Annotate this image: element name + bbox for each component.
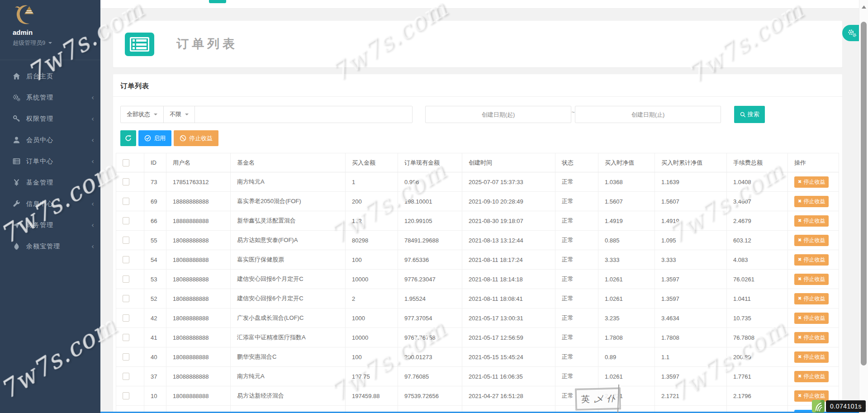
x-icon: ✖ (798, 394, 802, 398)
date-range-separator: ~ (571, 106, 575, 115)
stop-profit-row-button[interactable]: ✖停止收益 (794, 332, 829, 343)
row-checkbox[interactable] (123, 373, 129, 380)
row-checkbox[interactable] (123, 314, 129, 322)
sidebar-item-8[interactable]: 余额宝管理‹ (0, 236, 100, 257)
table-cell: 76.0261 (727, 270, 788, 289)
scrollbar[interactable] (859, 0, 868, 413)
active-tab-indicator[interactable] (209, 0, 226, 3)
sidebar-item-3[interactable]: 会员中心‹ (0, 129, 100, 151)
table-cell: 18088888888 (166, 309, 231, 328)
table-cell: 1.095 (655, 231, 727, 250)
stop-profit-row-button[interactable]: ✖停止收益 (794, 176, 829, 188)
page-title: 订单列表 (176, 36, 238, 52)
table-row: 5518088888888易方达如意安泰(FOF)A8029878491.296… (116, 231, 839, 250)
stop-profit-row-button[interactable]: ✖停止收益 (794, 274, 829, 285)
table-cell: 55 (144, 231, 166, 250)
status-filter-dropdown[interactable]: 全部状态 (121, 106, 164, 123)
row-checkbox[interactable] (123, 256, 129, 263)
chevron-down-icon (154, 114, 157, 117)
sidebar-item-7[interactable]: 财务管理‹ (0, 214, 100, 236)
table-cell: 197.75 (346, 367, 398, 386)
wrench-icon (13, 200, 20, 208)
sidebar-item-0[interactable]: 后台主页 (0, 66, 100, 87)
table-cell: 2021-05-11 16:06:35 (462, 367, 555, 386)
table-cell: 0.885 (598, 231, 655, 250)
column-header: 操作 (788, 153, 839, 172)
row-actions-cell: ✖停止收益 (788, 347, 839, 367)
stop-profit-row-button[interactable]: ✖停止收益 (794, 371, 829, 382)
key-icon (13, 115, 20, 123)
row-checkbox-cell (116, 231, 144, 250)
table-cell: 正常 (555, 289, 598, 309)
row-checkbox[interactable] (123, 275, 129, 283)
sidebar-role-dropdown[interactable]: 超级管理员9 (13, 39, 52, 47)
stop-profit-row-button[interactable]: ✖停止收益 (794, 313, 829, 324)
sidebar-item-5[interactable]: 基金管理‹ (0, 172, 100, 193)
column-header: 手续费总额 (727, 153, 788, 172)
table-cell: 18888888888 (166, 211, 231, 231)
table-cell: 2021-08-30 19:18:07 (462, 211, 555, 231)
row-checkbox[interactable] (123, 198, 129, 205)
table-cell: 2021-05-17 12:56:59 (462, 328, 555, 347)
scope-filter-dropdown[interactable]: 不限 (164, 106, 195, 123)
row-checkbox-cell (116, 250, 144, 270)
toolbar: 启用 停止收益 (120, 130, 842, 146)
stop-profit-button[interactable]: 停止收益 (174, 130, 218, 146)
stop-profit-row-button[interactable]: ✖停止收益 (794, 235, 829, 246)
stop-profit-row-button[interactable]: ✖停止收益 (794, 254, 829, 266)
stop-profit-row-button[interactable]: ✖停止收益 (794, 293, 829, 304)
row-checkbox[interactable] (123, 217, 129, 224)
table-cell: 2021-09-10 20:28:49 (462, 192, 555, 211)
keyword-input[interactable] (195, 106, 412, 123)
select-all-checkbox[interactable] (123, 159, 129, 166)
column-header: 状态 (555, 153, 598, 172)
row-actions-cell: ✖停止收益 (788, 231, 839, 250)
row-checkbox-cell (116, 347, 144, 367)
sidebar-item-6[interactable]: 信息中心‹ (0, 193, 100, 214)
row-checkbox[interactable] (123, 295, 129, 302)
table-cell: 2 (346, 289, 398, 309)
table-cell: 73 (144, 172, 166, 192)
table-cell: 2021-05-17 13:00:31 (462, 309, 555, 328)
refresh-button[interactable] (120, 130, 136, 146)
table-cell: 18088888888 (166, 270, 231, 289)
table-cell: 3.333 (655, 250, 727, 270)
row-checkbox[interactable] (123, 334, 129, 341)
table-cell: 198.10001 (398, 192, 462, 211)
table-row: 4218088888888广发小盘成长混合(LOF)C1000977.37054… (116, 309, 839, 328)
stop-profit-row-button[interactable]: ✖停止收益 (794, 351, 829, 363)
stop-profit-row-button[interactable]: ✖停止收益 (794, 196, 829, 207)
column-header: ID (144, 153, 166, 172)
row-checkbox[interactable] (123, 237, 129, 244)
date-from-input[interactable] (425, 106, 571, 123)
sidebar-item-label: 后台主页 (26, 72, 94, 81)
orders-table: ID用户名基金名买入金额订单现有金额创建时间状态买入时净值买入时累计净值手续费总… (116, 153, 839, 413)
search-combo: 全部状态 不限 (120, 106, 413, 123)
table-cell: 200.01273 (398, 347, 462, 367)
row-checkbox[interactable] (123, 392, 129, 399)
sidebar-item-1[interactable]: 系统管理‹ (0, 87, 100, 108)
table-cell: 2021-08-11 18:14:18 (462, 270, 555, 289)
performance-monitor-icon[interactable] (812, 400, 825, 413)
table-cell: 易方达新经济混合 (231, 386, 346, 406)
sidebar-item-4[interactable]: 订单中心‹ (0, 151, 100, 172)
scrollbar-thumb[interactable] (861, 22, 867, 366)
search-button[interactable]: 搜索 (734, 106, 765, 123)
column-header: 基金名 (231, 153, 346, 172)
sidebar-item-2[interactable]: 权限管理‹ (0, 108, 100, 129)
sidebar-item-label: 基金管理 (26, 179, 91, 187)
date-to-input[interactable] (575, 106, 721, 123)
table-row: 7317851763312南方纯元A10.9962025-07-07 15:37… (116, 172, 839, 192)
table-cell: 2.1721 (655, 386, 727, 406)
stop-profit-row-button[interactable]: ✖停止收益 (794, 215, 829, 227)
table-cell: 2021-08-11 18:08:41 (462, 289, 555, 309)
scroll-up-arrow-icon[interactable] (862, 3, 866, 9)
row-actions-cell: ✖停止收益 (788, 250, 839, 270)
table-row: 4018088888888鹏华安惠混合C100200.012732021-05-… (116, 347, 839, 367)
row-checkbox[interactable] (123, 353, 129, 361)
table-cell: 69 (144, 192, 166, 211)
table-cell: 正常 (555, 309, 598, 328)
row-checkbox[interactable] (123, 178, 129, 185)
enable-button[interactable]: 启用 (138, 130, 171, 146)
x-icon: ✖ (798, 355, 802, 359)
